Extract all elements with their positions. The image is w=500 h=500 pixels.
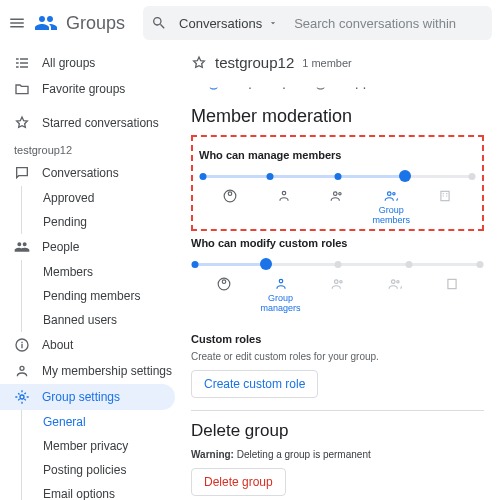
nav-group-settings[interactable]: Group settings [0,384,175,410]
manager-icon [257,189,311,225]
brand-name: Groups [66,13,125,34]
delete-group-button[interactable]: Delete group [191,468,286,496]
main-content: testgroup12 1 member ⌣··⌣· · Member mode… [175,46,500,500]
search-placeholder: Search conversations within [294,16,456,31]
svg-point-2 [20,395,24,399]
list-icon [14,55,30,71]
two-people-icon-2 [309,277,366,313]
divider [191,410,484,411]
delete-warning: Warning: Deleting a group is permanent [191,449,484,460]
person-icon [14,363,30,379]
search-category: Conversations [179,16,262,31]
nav-conversations[interactable]: Conversations [0,160,175,186]
svg-point-1 [20,366,24,370]
group-header: testgroup12 1 member [191,50,484,79]
manage-members-label: Who can manage members [199,149,476,161]
nav-general[interactable]: General [21,410,175,434]
nav-my-membership[interactable]: My membership settings [0,358,175,384]
people-icon [14,239,30,255]
nav-about[interactable]: About [0,332,175,358]
owner-icon-2 [195,277,252,313]
svg-point-8 [388,192,392,196]
star-icon [14,115,30,131]
group-managers-option[interactable]: Group managers [252,277,309,313]
svg-rect-10 [441,191,449,200]
org-icon-2 [423,277,480,313]
sidebar: All groups Favorite groups Starred conve… [0,46,175,500]
svg-point-15 [339,281,341,283]
group-label: testgroup12 [0,136,175,160]
ellipsis-row: ⌣··⌣· · [191,79,484,96]
create-custom-role-button[interactable]: Create custom role [191,370,318,398]
delete-group-title: Delete group [191,421,484,441]
modify-roles-slider[interactable] [195,255,480,273]
search-icon [151,15,167,31]
folder-icon [14,81,30,97]
svg-point-5 [282,191,286,195]
star-outline-icon[interactable] [191,55,207,71]
custom-roles-title: Custom roles [191,333,484,345]
svg-point-11 [222,280,226,284]
svg-point-3 [228,192,232,196]
chat-icon [14,165,30,181]
custom-roles-desc: Create or edit custom roles for your gro… [191,351,484,362]
section-title: Member moderation [191,106,484,127]
header: Groups Conversations Search conversation… [0,0,500,46]
svg-point-7 [339,193,341,195]
nav-member-privacy[interactable]: Member privacy [21,434,175,458]
groups-logo-icon [34,11,58,35]
nav-posting-policies[interactable]: Posting policies [21,458,175,482]
svg-point-9 [393,193,395,195]
nav-email-options[interactable]: Email options [21,482,175,500]
manage-members-box: Who can manage members Group members [191,135,484,231]
svg-point-13 [279,279,283,283]
group-title: testgroup12 [215,54,294,71]
nav-approved[interactable]: Approved [21,186,175,210]
nav-starred[interactable]: Starred conversations [0,110,175,136]
nav-all-groups[interactable]: All groups [0,50,175,76]
svg-rect-18 [447,279,455,288]
nav-pending[interactable]: Pending [21,210,175,234]
manage-members-icons: Group members [203,189,472,225]
svg-point-17 [396,281,398,283]
modify-roles-label: Who can modify custom roles [191,237,484,249]
nav-banned-users[interactable]: Banned users [21,308,175,332]
info-icon [14,337,30,353]
menu-icon[interactable] [8,14,26,32]
nav-members[interactable]: Members [21,260,175,284]
manage-members-slider[interactable] [203,167,472,185]
modify-roles-icons: Group managers [195,277,480,313]
owner-icon [203,189,257,225]
svg-point-14 [334,280,338,284]
dropdown-icon[interactable] [268,18,278,28]
two-people-icon [311,189,365,225]
org-icon [418,189,472,225]
nav-pending-members[interactable]: Pending members [21,284,175,308]
member-count: 1 member [302,57,352,69]
search-bar[interactable]: Conversations Search conversations withi… [143,6,492,40]
svg-point-6 [334,192,338,196]
group-members-option[interactable]: Group members [364,189,418,225]
nav-people[interactable]: People [0,234,175,260]
three-people-icon [366,277,423,313]
svg-point-16 [391,280,395,284]
gear-icon [14,389,30,405]
nav-favorite-groups[interactable]: Favorite groups [0,76,175,102]
